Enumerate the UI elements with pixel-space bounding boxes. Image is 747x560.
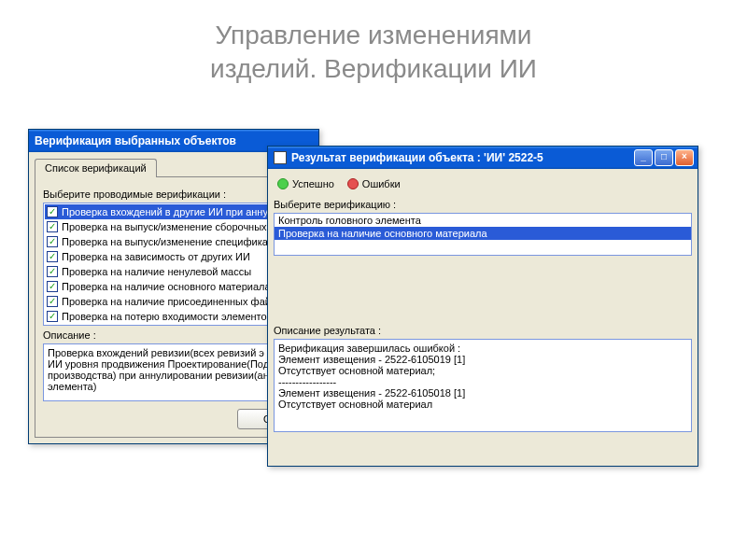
titlebar[interactable]: Результат верификации объекта : 'ИИ' 252… <box>268 147 698 169</box>
verification-list-item[interactable]: Проверка на наличие основного материала <box>275 227 691 240</box>
verification-list-item[interactable]: Контроль головного элемента <box>275 214 691 227</box>
checklist-item-label: Проверка на наличие основного материала <box>62 281 271 292</box>
checkbox[interactable]: ✓ <box>47 221 58 232</box>
checkbox[interactable]: ✓ <box>47 266 58 277</box>
result-text: Верификация завершилась ошибкой :Элемент… <box>274 339 692 432</box>
verification-select-list[interactable]: Контроль головного элементаПроверка на н… <box>274 213 692 256</box>
window-title: Результат верификации объекта : 'ИИ' 252… <box>291 151 543 164</box>
tab-label: Список верификаций <box>45 162 147 174</box>
close-button[interactable]: × <box>675 149 694 166</box>
checklist-item[interactable]: ✓Проверка на наличие ненулевой массы <box>45 264 303 279</box>
description-label: Описание : <box>43 329 304 341</box>
checklist-item[interactable]: ✓Проверка на выпуск/изменение специфика <box>45 234 303 249</box>
slide-title-line2: изделий. Верификации ИИ <box>210 54 537 83</box>
checklist-item-label: Проверка вхождений в другие ИИ при анну <box>62 206 268 217</box>
checklist-item-label: Проверка на наличие ненулевой массы <box>62 266 251 277</box>
checklist-item[interactable]: ✓Проверка на зависимость от других ИИ <box>45 249 303 264</box>
app-icon <box>274 151 287 164</box>
checkbox[interactable]: ✓ <box>47 236 58 247</box>
checkbox[interactable]: ✓ <box>47 251 58 262</box>
verification-checklist[interactable]: ✓Проверка вхождений в другие ИИ при анну… <box>43 203 304 326</box>
checklist-item[interactable]: ✓Проверка вхождений в другие ИИ при анну <box>45 204 303 219</box>
error-icon <box>347 178 359 189</box>
checklist-item[interactable]: ✓Проверка на выпуск/изменение сборочных <box>45 219 303 234</box>
result-label: Описание результата : <box>274 325 692 336</box>
checklist-item-label: Проверка на зависимость от других ИИ <box>62 251 250 262</box>
checkbox[interactable]: ✓ <box>47 206 58 217</box>
tab-errors-label: Ошибки <box>362 178 401 189</box>
maximize-button[interactable]: □ <box>655 149 673 166</box>
checkbox[interactable]: ✓ <box>47 281 58 292</box>
checkbox[interactable]: ✓ <box>47 296 58 307</box>
tab-success[interactable]: Успешно <box>277 178 334 189</box>
checklist-item[interactable]: ✓Проверка на потерю входимости элементо <box>45 309 303 324</box>
checklist-item-label: Проверка на потерю входимости элементо <box>62 311 267 322</box>
verification-result-window: Результат верификации объекта : 'ИИ' 252… <box>267 146 698 467</box>
prompt-label: Выберите проводимые верификации : <box>43 189 304 200</box>
checklist-item[interactable]: ✓Проверка на наличие присоединенных фай <box>45 294 303 309</box>
checklist-item-label: Проверка на наличие присоединенных фай <box>62 296 271 307</box>
tab-success-label: Успешно <box>292 178 334 189</box>
slide-title: Управление изменениями изделий. Верифика… <box>0 0 747 96</box>
description-text: Проверка вхождений ревизии(всех ревизий … <box>43 343 304 401</box>
checklist-item-label: Проверка на выпуск/изменение специфика <box>62 236 268 247</box>
checklist-item[interactable]: ✓Проверка на наличие основного материала <box>45 279 303 294</box>
select-verification-label: Выберите верификацию : <box>274 199 692 210</box>
slide-title-line1: Управление изменениями <box>216 21 532 49</box>
minimize-button[interactable]: _ <box>634 149 653 166</box>
window-title: Верификация выбранных объектов <box>35 134 236 147</box>
checklist-item-label: Проверка на выпуск/изменение сборочных <box>62 221 267 232</box>
checkbox[interactable]: ✓ <box>47 311 58 322</box>
success-icon <box>277 178 289 189</box>
tab-errors[interactable]: Ошибки <box>347 178 401 189</box>
tab-verification-list[interactable]: Список верификаций <box>35 159 157 177</box>
